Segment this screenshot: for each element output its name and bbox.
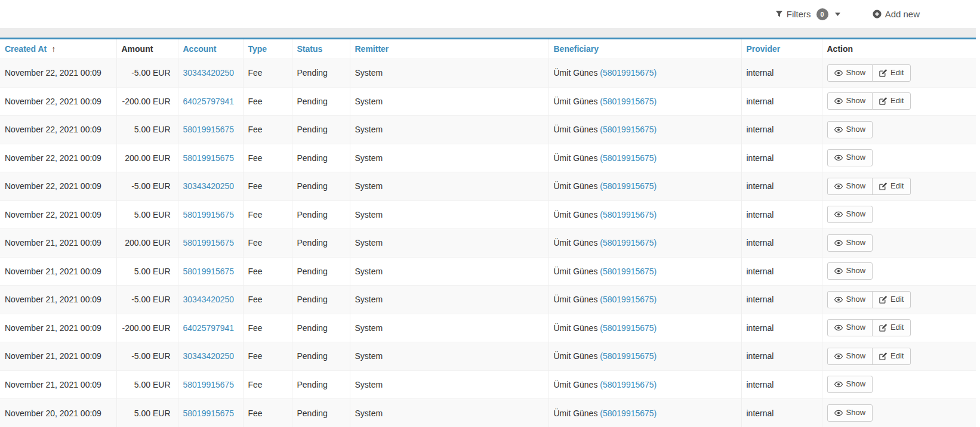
transactions-table: Created At↑AmountAccountTypeStatusRemitt… xyxy=(0,39,976,427)
transactions-table-box: Created At↑AmountAccountTypeStatusRemitt… xyxy=(0,38,976,427)
column-header-created-at[interactable]: Created At↑ xyxy=(0,39,116,59)
account-link[interactable]: 58019915675 xyxy=(183,153,235,163)
beneficiary-account-link[interactable]: (58019915675) xyxy=(600,238,657,247)
show-button-label: Show xyxy=(846,407,866,419)
cell-type: Fee xyxy=(243,314,292,342)
edit-button[interactable]: Edit xyxy=(872,92,911,110)
show-button[interactable]: Show xyxy=(827,376,873,393)
show-button[interactable]: Show xyxy=(827,121,873,138)
beneficiary-name: Ümit Günes xyxy=(554,323,598,333)
cell-status: Pending xyxy=(292,200,350,229)
beneficiary-account-link[interactable]: (58019915675) xyxy=(600,351,657,361)
beneficiary-name: Ümit Günes xyxy=(554,125,598,134)
cell-amount: 200.00 EUR xyxy=(116,229,178,258)
show-button-label: Show xyxy=(846,294,866,305)
column-header-account[interactable]: Account xyxy=(178,39,243,59)
cell-remitter: System xyxy=(350,399,548,427)
eye-icon xyxy=(834,324,843,331)
beneficiary-account-link[interactable]: (58019915675) xyxy=(600,295,657,304)
account-link[interactable]: 58019915675 xyxy=(183,409,235,418)
action-button-group: Show xyxy=(827,234,873,252)
action-button-group: Show xyxy=(827,121,873,138)
cell-beneficiary: Ümit Günes (58019915675) xyxy=(548,172,741,201)
edit-button[interactable]: Edit xyxy=(872,319,911,336)
cell-provider: internal xyxy=(741,370,822,399)
beneficiary-name: Ümit Günes xyxy=(554,210,598,219)
account-link[interactable]: 30343420250 xyxy=(183,295,235,304)
table-row: November 21, 2021 00:09 -200.00 EUR 6402… xyxy=(0,314,976,342)
beneficiary-account-link[interactable]: (58019915675) xyxy=(600,380,657,389)
cell-account: 58019915675 xyxy=(178,229,243,258)
beneficiary-account-link[interactable]: (58019915675) xyxy=(600,153,657,163)
filters-button[interactable]: Filters 0 xyxy=(774,6,842,23)
account-link[interactable]: 30343420250 xyxy=(183,68,235,78)
column-header-type[interactable]: Type xyxy=(243,39,292,59)
cell-account: 58019915675 xyxy=(178,370,243,399)
arrow-up-icon: ↑ xyxy=(51,44,56,54)
cell-action: Show xyxy=(822,229,976,258)
beneficiary-account-link[interactable]: (58019915675) xyxy=(600,323,657,333)
action-button-group: Show xyxy=(827,206,873,223)
plus-circle-icon xyxy=(873,10,882,18)
account-link[interactable]: 58019915675 xyxy=(183,267,235,276)
beneficiary-account-link[interactable]: (58019915675) xyxy=(600,68,657,78)
show-button[interactable]: Show xyxy=(827,291,873,308)
beneficiary-account-link[interactable]: (58019915675) xyxy=(600,181,657,191)
beneficiary-account-link[interactable]: (58019915675) xyxy=(600,267,657,276)
cell-account: 30343420250 xyxy=(178,59,243,88)
cell-beneficiary: Ümit Günes (58019915675) xyxy=(548,200,741,229)
column-header-provider[interactable]: Provider xyxy=(741,39,822,59)
beneficiary-account-link[interactable]: (58019915675) xyxy=(600,97,657,106)
cell-created-at: November 22, 2021 00:09 xyxy=(0,116,116,144)
edit-button[interactable]: Edit xyxy=(872,178,911,195)
beneficiary-account-link[interactable]: (58019915675) xyxy=(600,210,657,219)
cell-status: Pending xyxy=(292,370,350,399)
eye-icon xyxy=(834,268,843,274)
show-button[interactable]: Show xyxy=(827,206,873,223)
action-button-group: Show Edit xyxy=(827,92,911,110)
cell-action: Show xyxy=(822,144,976,172)
column-label: Account xyxy=(183,44,217,54)
edit-button[interactable]: Edit xyxy=(872,348,911,365)
account-link[interactable]: 58019915675 xyxy=(183,238,235,247)
table-row: November 21, 2021 00:09 -5.00 EUR 303434… xyxy=(0,286,976,314)
account-link[interactable]: 30343420250 xyxy=(183,181,235,191)
column-header-beneficiary[interactable]: Beneficiary xyxy=(548,39,741,59)
add-new-button[interactable]: Add new xyxy=(871,7,921,21)
column-label: Provider xyxy=(747,44,781,54)
column-header-status[interactable]: Status xyxy=(292,39,350,59)
show-button[interactable]: Show xyxy=(827,64,873,82)
show-button[interactable]: Show xyxy=(827,234,873,252)
beneficiary-account-link[interactable]: (58019915675) xyxy=(600,409,657,418)
cell-action: Show xyxy=(822,399,976,427)
cell-account: 64025797941 xyxy=(178,314,243,342)
show-button[interactable]: Show xyxy=(827,149,873,166)
show-button[interactable]: Show xyxy=(827,319,873,336)
show-button-label: Show xyxy=(846,209,866,220)
show-button[interactable]: Show xyxy=(827,348,873,365)
edit-button[interactable]: Edit xyxy=(872,64,911,82)
show-button[interactable]: Show xyxy=(827,404,873,422)
cell-provider: internal xyxy=(741,59,822,88)
eye-icon xyxy=(834,70,843,76)
cell-beneficiary: Ümit Günes (58019915675) xyxy=(548,59,741,88)
cell-remitter: System xyxy=(350,200,548,229)
account-link[interactable]: 30343420250 xyxy=(183,351,235,361)
show-button[interactable]: Show xyxy=(827,262,873,280)
account-link[interactable]: 64025797941 xyxy=(183,323,235,333)
edit-button[interactable]: Edit xyxy=(872,291,911,308)
show-button[interactable]: Show xyxy=(827,178,873,195)
beneficiary-account-link[interactable]: (58019915675) xyxy=(600,125,657,134)
account-link[interactable]: 58019915675 xyxy=(183,380,235,389)
table-row: November 21, 2021 00:09 5.00 EUR 5801991… xyxy=(0,370,976,399)
show-button-label: Show xyxy=(846,95,866,107)
cell-beneficiary: Ümit Günes (58019915675) xyxy=(548,342,741,371)
action-button-group: Show Edit xyxy=(827,178,911,195)
account-link[interactable]: 58019915675 xyxy=(183,210,235,219)
show-button[interactable]: Show xyxy=(827,92,873,110)
account-link[interactable]: 64025797941 xyxy=(183,97,235,106)
account-link[interactable]: 58019915675 xyxy=(183,125,235,134)
column-header-remitter[interactable]: Remitter xyxy=(350,39,548,59)
cell-created-at: November 21, 2021 00:09 xyxy=(0,229,116,258)
column-label: Type xyxy=(248,44,267,54)
